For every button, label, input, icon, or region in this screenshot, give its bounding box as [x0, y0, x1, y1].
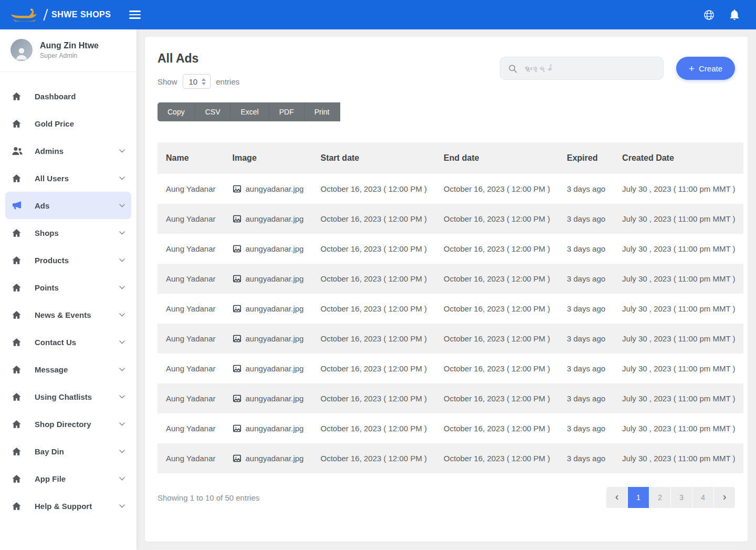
prev-page-button[interactable]: ‹	[606, 487, 627, 508]
page-button[interactable]: 2	[649, 487, 670, 508]
cell-name: Aung Yadanar	[158, 383, 224, 413]
sidebar-item-label: Using Chatlists	[35, 392, 92, 401]
page-button[interactable]: 3	[671, 487, 692, 508]
home-icon	[12, 501, 24, 511]
table-header[interactable]: Start date	[312, 142, 435, 174]
sidebar-item[interactable]: Using Chatlists	[0, 383, 136, 410]
cell-expired: 3 days ago	[559, 354, 614, 383]
table-row: Aung Yadanar	[158, 264, 743, 294]
table-row: Aung Yadanar	[158, 443, 743, 473]
page-button[interactable]: 4	[692, 487, 713, 508]
home-icon	[12, 419, 24, 429]
table-header[interactable]: Created Date	[614, 142, 743, 174]
image-filename: aungyadanar.jpg	[246, 454, 304, 463]
table-header[interactable]: End date	[435, 142, 559, 174]
sidebar-item-label: Message	[35, 365, 68, 374]
image-filename: aungyadanar.jpg	[246, 364, 304, 373]
sidebar-item[interactable]: Contact Us	[0, 328, 136, 356]
home-icon	[12, 228, 24, 238]
export-button-group: CopyCSVExcelPDFPrint	[158, 102, 340, 121]
show-label: Show	[158, 77, 177, 86]
sidebar-item[interactable]: Products	[0, 246, 136, 274]
home-icon	[12, 337, 24, 347]
cell-name: Aung Yadanar	[158, 204, 224, 234]
cell-created-date: July 30 , 2023 ( 11:00 pm MMT )	[614, 294, 743, 324]
chevron-down-icon	[119, 231, 125, 235]
sidebar-item-label: Gold Price	[35, 119, 74, 128]
plus-icon: +	[689, 64, 695, 74]
image-icon	[233, 394, 242, 403]
sidebar-item[interactable]: Points	[0, 274, 136, 301]
image-icon	[233, 274, 242, 283]
cell-image: aungyadanar.jpg	[224, 234, 312, 264]
image-filename: aungyadanar.jpg	[246, 334, 304, 343]
sidebar-item[interactable]: App File	[0, 465, 136, 492]
chevron-down-icon	[119, 477, 125, 481]
chevron-down-icon	[119, 258, 125, 262]
export-button[interactable]: Copy	[158, 102, 195, 121]
sidebar-item[interactable]: Shop Directory	[0, 410, 136, 438]
avatar[interactable]	[10, 39, 33, 61]
cell-created-date: July 30 , 2023 ( 11:00 pm MMT )	[614, 174, 743, 204]
sidebar-item[interactable]: Gold Price	[0, 110, 136, 137]
menu-toggle-button[interactable]	[126, 5, 144, 24]
cell-start-date: October 16, 2023 ( 12:00 PM )	[312, 264, 435, 294]
table-header[interactable]: Name	[158, 142, 224, 174]
megaphone-icon	[12, 200, 24, 211]
sidebar-item[interactable]: Admins	[0, 137, 136, 164]
table-row: Aung Yadanar	[158, 383, 743, 413]
export-button[interactable]: Excel	[230, 102, 269, 121]
search-icon	[508, 64, 518, 74]
table-body: Aung Yadanar	[158, 174, 743, 473]
sidebar-item[interactable]: Help & Support	[0, 492, 136, 520]
export-button[interactable]: PDF	[269, 102, 304, 121]
sidebar-item[interactable]: All Users	[0, 164, 136, 192]
home-icon	[12, 365, 24, 375]
table-header[interactable]: Image	[224, 142, 312, 174]
table-row: Aung Yadanar	[158, 204, 743, 234]
cell-image: aungyadanar.jpg	[224, 204, 312, 234]
globe-icon[interactable]	[703, 9, 715, 21]
page-length-value: 10	[189, 77, 198, 86]
table-header[interactable]: Expired	[559, 142, 614, 174]
export-button[interactable]: CSV	[195, 102, 231, 121]
sidebar-item[interactable]: Shops	[0, 219, 136, 246]
cell-end-date: October 16, 2023 ( 12:00 PM )	[435, 174, 559, 204]
table-row: Aung Yadanar	[158, 174, 743, 204]
cell-created-date: July 30 , 2023 ( 11:00 pm MMT )	[614, 443, 743, 473]
table-row: Aung Yadanar	[158, 294, 743, 324]
sidebar-item[interactable]: Ads	[5, 192, 131, 219]
sidebar-item[interactable]: News & Events	[0, 301, 136, 328]
boat-logo-icon	[10, 8, 39, 22]
cell-start-date: October 16, 2023 ( 12:00 PM )	[312, 354, 435, 383]
cell-expired: 3 days ago	[559, 294, 614, 324]
brand[interactable]: SHWE SHOPS	[10, 8, 119, 22]
cell-image: aungyadanar.jpg	[224, 294, 312, 324]
sidebar-item[interactable]: Dashboard	[0, 82, 136, 110]
home-icon	[12, 447, 24, 456]
user-name: Aung Zin Htwe	[40, 41, 99, 50]
image-filename: aungyadanar.jpg	[246, 274, 304, 283]
sidebar: Aung Zin Htwe Super Admin Dashboard Gold…	[0, 29, 136, 550]
home-icon	[12, 310, 24, 320]
sidebar-item[interactable]: Message	[0, 356, 136, 383]
page-length-select[interactable]: 10	[183, 74, 211, 89]
chevron-down-icon	[119, 422, 125, 426]
image-filename: aungyadanar.jpg	[246, 304, 304, 313]
cell-image: aungyadanar.jpg	[224, 354, 312, 383]
search-input[interactable]	[523, 64, 656, 72]
create-button[interactable]: + Create	[676, 57, 735, 80]
cell-name: Aung Yadanar	[158, 234, 224, 264]
sidebar-item[interactable]: Bay Din	[0, 438, 136, 465]
next-page-button[interactable]: ›	[714, 487, 735, 508]
image-icon	[233, 304, 242, 313]
export-button[interactable]: Print	[304, 102, 340, 121]
entries-summary: Showing 1 to 10 of 50 entries	[158, 493, 259, 502]
cell-end-date: October 16, 2023 ( 12:00 PM )	[435, 234, 559, 264]
cell-name: Aung Yadanar	[158, 264, 224, 294]
page-button[interactable]: 1	[628, 487, 649, 508]
cell-start-date: October 16, 2023 ( 12:00 PM )	[312, 413, 435, 443]
cell-end-date: October 16, 2023 ( 12:00 PM )	[435, 383, 559, 413]
all-ads-card: All Ads Show 10 entries	[145, 37, 748, 542]
bell-icon[interactable]	[729, 8, 740, 21]
